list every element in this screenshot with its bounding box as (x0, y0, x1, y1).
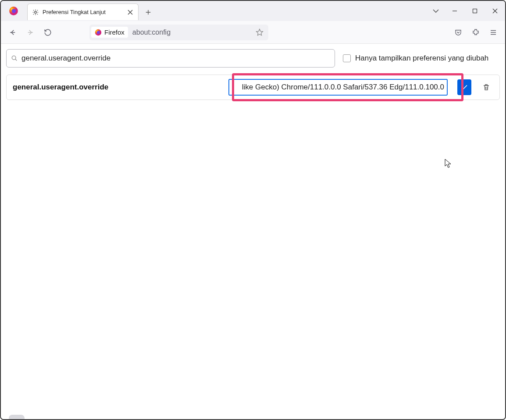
arrow-right-icon (26, 28, 34, 36)
title-bar: Preferensi Tingkat Lanjut (1, 1, 505, 21)
maximize-button[interactable] (465, 1, 485, 21)
gear-icon (32, 9, 39, 16)
arrow-left-icon (9, 28, 17, 36)
new-tab-button[interactable] (141, 4, 155, 21)
hamburger-icon (489, 28, 497, 36)
close-icon (127, 9, 134, 16)
forward-button[interactable] (23, 25, 38, 40)
preference-value-input[interactable] (228, 79, 448, 96)
chevron-down-icon (432, 9, 439, 13)
svg-point-6 (12, 56, 16, 60)
close-window-button[interactable] (485, 1, 505, 21)
reload-icon (44, 28, 52, 36)
identity-box[interactable]: Firefox (91, 27, 128, 38)
search-input[interactable] (21, 54, 330, 63)
browser-tab[interactable]: Preferensi Tingkat Lanjut (27, 4, 139, 20)
save-button[interactable] (457, 79, 471, 95)
reload-button[interactable] (40, 25, 55, 40)
maximize-icon (472, 8, 477, 14)
app-menu-button[interactable] (486, 25, 501, 40)
svg-point-2 (35, 11, 37, 13)
bookmark-button[interactable] (255, 28, 264, 37)
extensions-button[interactable] (468, 25, 483, 40)
trash-icon (482, 83, 490, 91)
firefox-logo-icon (95, 29, 102, 36)
bottom-handle (9, 415, 25, 419)
url-text: about:config (132, 28, 255, 36)
svg-point-1 (12, 9, 16, 13)
identity-label: Firefox (104, 28, 125, 36)
pocket-icon (454, 28, 462, 36)
search-box[interactable] (6, 49, 335, 68)
cursor-icon (445, 159, 452, 168)
plus-icon (145, 9, 151, 15)
star-icon (255, 28, 264, 37)
delete-button[interactable] (479, 79, 493, 95)
window-controls (445, 1, 505, 21)
tab-close-button[interactable] (127, 9, 134, 16)
all-tabs-button[interactable] (427, 1, 445, 21)
firefox-logo-icon (9, 6, 18, 16)
preference-name: general.useragent.override (13, 83, 223, 92)
modified-only-checkbox[interactable] (343, 54, 351, 62)
tab-title: Preferensi Tingkat Lanjut (43, 9, 123, 15)
minimize-button[interactable] (445, 1, 465, 21)
preference-row: general.useragent.override (6, 75, 500, 100)
app-logo-area (1, 1, 26, 21)
svg-rect-3 (473, 9, 477, 13)
puzzle-icon (472, 28, 480, 36)
minimize-icon (452, 8, 457, 14)
url-bar[interactable]: Firefox about:config (89, 25, 268, 40)
modified-only-label: Hanya tampilkan preferensi yang diubah (355, 54, 488, 63)
toolbar: Firefox about:config (1, 21, 505, 44)
about-config-content: Hanya tampilkan preferensi yang diubah g… (1, 44, 505, 419)
search-icon (11, 55, 18, 62)
close-icon (492, 8, 498, 14)
check-icon (460, 83, 468, 91)
pocket-button[interactable] (451, 25, 466, 40)
svg-point-5 (97, 31, 100, 34)
back-button[interactable] (5, 25, 20, 40)
